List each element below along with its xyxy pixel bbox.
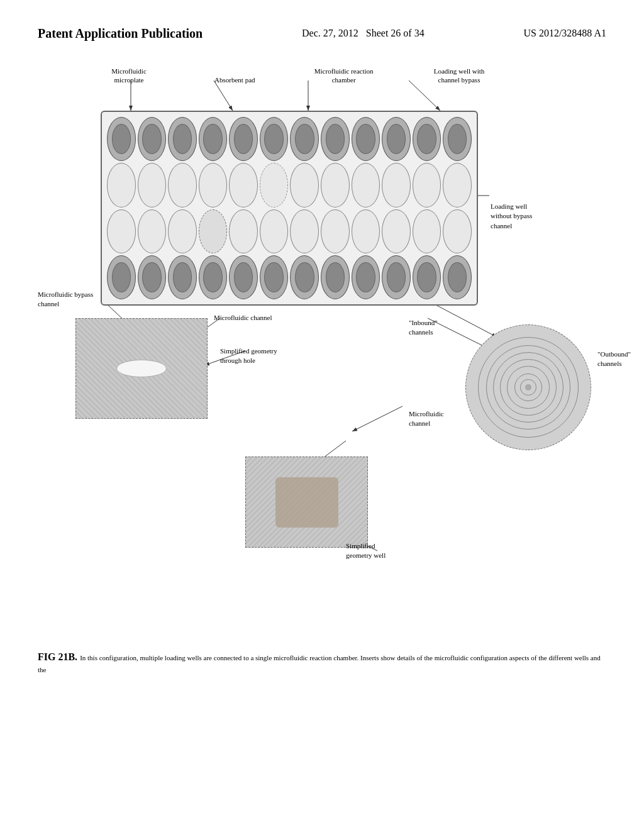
- well-bottom: [382, 255, 411, 299]
- patent-number: US 2012/328488 A1: [523, 25, 606, 39]
- caption-text: In this configuration, multiple loading …: [38, 654, 601, 673]
- inset-reaction-chamber: [465, 324, 591, 450]
- well: [199, 209, 228, 253]
- well: [352, 209, 380, 253]
- figure-label: FIG 21B.: [38, 651, 77, 662]
- well-grid: [102, 112, 477, 304]
- label-inbound-channels: "Inbound" channels: [409, 318, 438, 338]
- well: [413, 117, 441, 161]
- well: [382, 209, 411, 253]
- well: [229, 163, 258, 207]
- well-bottom: [290, 255, 319, 299]
- well: [290, 163, 319, 207]
- well: [352, 163, 380, 207]
- patent-title: Patent Application Publication: [38, 25, 203, 42]
- well-bottom: [443, 255, 472, 299]
- well: [290, 209, 319, 253]
- label-outbound-channels: "Outbound" channels: [597, 350, 644, 369]
- label-bypass-channel: Microfluidic bypass channel: [38, 290, 101, 309]
- well: [321, 117, 350, 161]
- well: [168, 163, 197, 207]
- well: [260, 117, 289, 161]
- well: [290, 117, 319, 161]
- label-simplified-through-hole: Simplified geometry through hole: [220, 346, 302, 366]
- top-labels-row: Microfluidic microplate Absorbent pad Mi…: [101, 67, 491, 88]
- well: [443, 209, 472, 253]
- well: [413, 209, 441, 253]
- label-microfluidic-microplate: Microfluidic microplate: [101, 67, 157, 85]
- well: [321, 163, 350, 207]
- well-bottom: [229, 255, 258, 299]
- figure-caption: FIG 21B. In this configuration, multiple…: [38, 645, 606, 675]
- svg-line-10: [437, 306, 497, 337]
- well: [168, 209, 197, 253]
- well-bottom: [260, 255, 289, 299]
- well-bottom: [168, 255, 197, 299]
- well-bottom: [413, 255, 441, 299]
- well: [168, 117, 197, 161]
- label-loading-well-bypass: Loading well with channel bypass: [428, 67, 491, 85]
- label-absorbent-pad: Absorbent pad: [209, 75, 260, 84]
- well: [199, 163, 228, 207]
- inset-bypass: [75, 318, 208, 419]
- well: [352, 117, 380, 161]
- well: [138, 163, 167, 207]
- well-bottom: [321, 255, 350, 299]
- label-loading-well-no-bypass: Loading well without bypass channel: [491, 202, 560, 231]
- svg-line-13: [352, 406, 402, 431]
- figure-area: Microfluidic microplate Absorbent pad Mi…: [38, 67, 606, 633]
- well-bottom: [199, 255, 228, 299]
- label-microfluidic-channel: Microfluidic channel: [214, 313, 272, 323]
- well-bottom: [352, 255, 380, 299]
- page: Patent Application Publication Dec. 27, …: [0, 0, 644, 830]
- well: [413, 163, 441, 207]
- well-bottom: [107, 255, 136, 299]
- well: [199, 117, 228, 161]
- well: [138, 117, 167, 161]
- well: [443, 163, 472, 207]
- well: [229, 117, 258, 161]
- inset-geometry-well: [245, 456, 368, 548]
- well-highlighted: [260, 163, 289, 207]
- header: Patent Application Publication Dec. 27, …: [38, 25, 606, 42]
- well: [260, 209, 289, 253]
- publication-date: Dec. 27, 2012 Sheet 26 of 34: [302, 25, 425, 39]
- well-bottom: [138, 255, 167, 299]
- label-microfluidic-channel-2: Microfluidic channel: [409, 409, 472, 429]
- label-simplified-well: Simplified geometry well: [346, 541, 415, 561]
- well: [382, 163, 411, 207]
- well: [382, 117, 411, 161]
- well: [138, 209, 167, 253]
- well: [443, 117, 472, 161]
- well: [321, 209, 350, 253]
- microplate-board: [101, 111, 478, 306]
- label-reaction-chamber: Microfluidic reaction chamber: [313, 67, 375, 85]
- well: [107, 209, 136, 253]
- well: [107, 117, 136, 161]
- well: [229, 209, 258, 253]
- well: [107, 163, 136, 207]
